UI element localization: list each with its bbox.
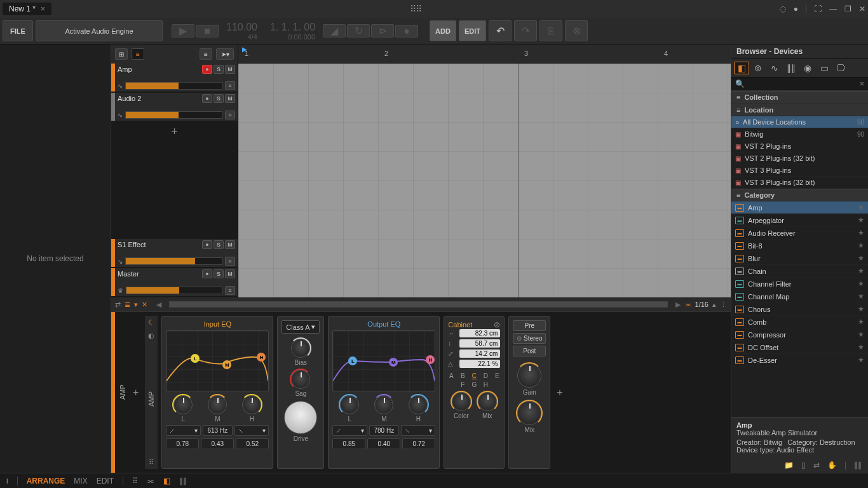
favorite-icon[interactable]: ★ <box>858 280 864 288</box>
cabinet-preset-B[interactable]: B <box>459 372 466 379</box>
output-eq-freq[interactable]: 780 Hz <box>369 425 399 436</box>
favorite-icon[interactable]: ★ <box>858 229 864 237</box>
browser-tab-multi-icon[interactable]: ∥∥ <box>783 62 799 74</box>
add-track-button[interactable]: + <box>111 122 238 141</box>
favorite-icon[interactable]: ★ <box>858 305 864 313</box>
footer-icon-2[interactable]: ≣ <box>125 301 130 309</box>
input-eq-low-shape[interactable]: ⟋▾ <box>166 425 201 436</box>
pre-button[interactable]: Pre <box>513 320 546 331</box>
cabinet-preset-A[interactable]: A <box>448 372 454 379</box>
record-button[interactable]: ● <box>395 25 418 37</box>
cabinet-preset-D[interactable]: D <box>482 372 489 379</box>
output-eq-val-h[interactable]: 0.72 <box>402 438 435 449</box>
favorite-icon[interactable]: ★ <box>858 241 864 250</box>
h-scrollbar[interactable] <box>169 301 668 308</box>
input-eq-freq[interactable]: 613 Hz <box>203 425 233 436</box>
undo-button[interactable]: ↶ <box>489 20 512 41</box>
footer-menu-icon[interactable]: ⋮ <box>720 301 727 309</box>
punch-button[interactable]: ⊳ <box>371 24 394 37</box>
solo-button[interactable]: S <box>214 94 224 103</box>
input-eq-graph[interactable]: L M H <box>166 330 269 391</box>
favorite-icon[interactable]: ★ <box>858 216 864 224</box>
fullscreen-icon[interactable]: ⛶ <box>814 4 822 13</box>
record-arm-button[interactable]: ● <box>202 94 212 103</box>
location-item[interactable]: ▣VST 2 Plug-ins (32 bit) <box>731 152 868 165</box>
favorite-icon[interactable]: ★ <box>858 330 864 339</box>
timeline-ruler[interactable]: ▶ 1 2 3 4 <box>238 44 731 64</box>
output-eq-knob-m[interactable]: M <box>374 395 393 423</box>
tempo-display[interactable]: 110.00 4/4 <box>221 20 262 41</box>
mix-knob[interactable]: Mix <box>517 401 541 433</box>
volume-slider[interactable] <box>125 111 222 119</box>
mute-button[interactable]: M <box>225 240 235 249</box>
cab-depth[interactable]: 14.2 cm <box>459 349 500 358</box>
browser-search[interactable]: 🔍 × <box>731 78 868 91</box>
track-row[interactable]: Master ● S M ♛ ≡ <box>111 268 238 296</box>
sb-icon-4[interactable]: ∥∥ <box>179 477 187 485</box>
favorite-icon[interactable]: ★ <box>858 203 864 212</box>
file-button[interactable]: FILE <box>3 20 33 41</box>
input-eq-knob-m[interactable]: M <box>208 395 227 423</box>
gain-knob[interactable]: Gain <box>517 363 541 396</box>
drive-knob[interactable]: Drive <box>284 401 317 442</box>
output-eq-knob-h[interactable]: H <box>409 395 428 423</box>
view-list-icon[interactable]: ≡ <box>132 48 144 60</box>
category-item[interactable]: ▬Bit-8★ <box>731 240 868 252</box>
solo-button[interactable]: S <box>214 269 224 278</box>
browser-tab-files-icon[interactable]: ▭ <box>817 62 832 74</box>
category-item[interactable]: ▬Amp★ <box>731 201 868 214</box>
cabinet-mix-knob[interactable]: Mix <box>478 392 497 419</box>
footer-icon-3[interactable]: ▾ <box>134 301 138 309</box>
cabinet-preset-H[interactable]: H <box>482 381 489 388</box>
clear-search-icon[interactable]: × <box>860 79 864 88</box>
category-item[interactable]: ▬Chorus★ <box>731 303 868 316</box>
zoom-up-icon[interactable]: ▴ <box>712 301 716 309</box>
browser-search-input[interactable] <box>747 80 860 88</box>
category-item[interactable]: ▬Arpeggiator★ <box>731 214 868 227</box>
input-eq-knob-l[interactable]: L <box>173 395 193 423</box>
amp-class-select[interactable]: Class A▾ <box>281 320 320 334</box>
zoom-label[interactable]: 1/16 <box>695 301 709 308</box>
mute-button[interactable]: M <box>225 65 235 74</box>
swap-icon[interactable]: ⇄ <box>813 461 820 470</box>
cab-width[interactable]: 82.3 cm <box>459 329 500 337</box>
moon-icon[interactable]: ☾ <box>148 318 154 327</box>
category-item[interactable]: ▬Channel Map★ <box>731 290 868 303</box>
location-item[interactable]: ▣VST 2 Plug-ins <box>731 140 868 152</box>
scroll-right-icon[interactable]: ▶ <box>675 301 681 309</box>
favorite-icon[interactable]: ★ <box>858 267 864 275</box>
track-row[interactable]: Amp ● S M ∿ ≡ <box>111 64 238 92</box>
sb-icon-2[interactable]: ⫘ <box>147 477 154 485</box>
mute-button[interactable]: M <box>225 94 235 103</box>
input-eq-val-l[interactable]: 0.78 <box>166 438 199 449</box>
close-window-icon[interactable]: ✕ <box>859 4 865 13</box>
power-icon[interactable]: ◐ <box>148 332 154 340</box>
record-arm-button[interactable]: ● <box>202 240 212 249</box>
cabinet-preset-F[interactable]: F <box>459 381 466 388</box>
volume-slider[interactable] <box>125 82 222 90</box>
sb-icon-1[interactable]: ⠿ <box>132 477 138 485</box>
track-menu-button[interactable]: ≡ <box>225 111 235 119</box>
minimize-icon[interactable]: — <box>829 4 837 13</box>
info-icon[interactable]: i <box>6 477 8 485</box>
record-arm-button[interactable]: ● <box>202 269 212 278</box>
output-eq-val-m[interactable]: 0.40 <box>367 438 400 449</box>
view-grid-icon[interactable]: ⊞ <box>115 48 128 60</box>
track-row[interactable]: S1 Effect ● S M ↘ ≡ <box>111 239 238 267</box>
category-item[interactable]: ▬DC Offset★ <box>731 341 868 354</box>
browser-collection-header[interactable]: ≡Collection <box>731 91 868 104</box>
play-button[interactable]: ▶ <box>172 24 194 37</box>
cabinet-bypass-icon[interactable]: ⊘ <box>494 320 500 329</box>
hand-icon[interactable]: ✋ <box>827 461 837 470</box>
location-item[interactable]: ▣VST 3 Plug-ins (32 bit) <box>731 177 868 189</box>
stop-button[interactable]: ■ <box>196 25 219 37</box>
cabinet-preset-G[interactable]: G <box>471 381 477 388</box>
loop-button[interactable]: ↻ <box>347 24 370 37</box>
page-icon[interactable]: ▯ <box>801 461 806 470</box>
browser-tab-presets-icon[interactable]: ⊚ <box>750 62 766 74</box>
close-tab-icon[interactable]: × <box>41 4 45 13</box>
output-eq-knob-l[interactable]: L <box>340 395 359 423</box>
delete-button[interactable]: ⊗ <box>565 20 588 41</box>
output-eq-val-l[interactable]: 0.85 <box>332 438 365 449</box>
track-menu-button[interactable]: ≡ <box>225 257 235 266</box>
